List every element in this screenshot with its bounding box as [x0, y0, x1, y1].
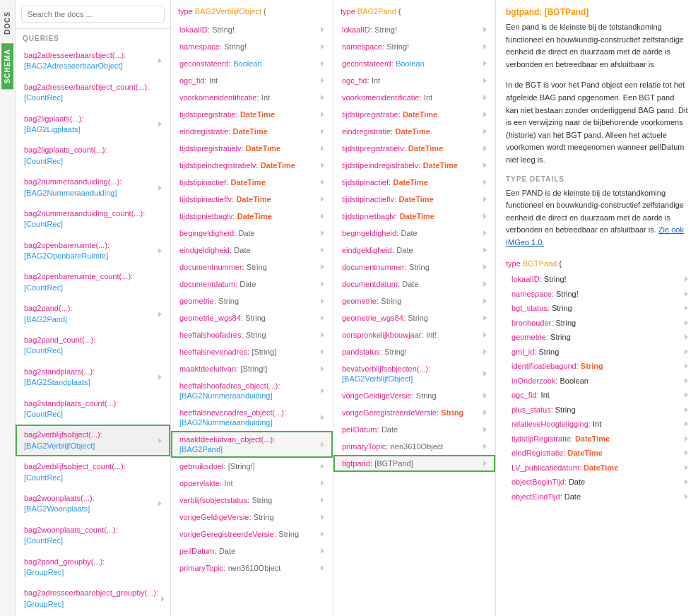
tab-schema[interactable]: SCHEMA: [1, 43, 13, 89]
description-panel: bgtpand: [BGTPand] Een pand is de kleins…: [496, 0, 698, 616]
query-item[interactable]: bag2adresseerbaarobject_count(...):[Coun…: [16, 77, 170, 109]
query-item[interactable]: bag2pand(...):[BAG2Pand]: [16, 298, 170, 330]
field-row[interactable]: tijdstipinactieflv: DateTime: [171, 191, 333, 208]
field-row[interactable]: maaktdeeluitvan_object(...): [BAG2Pand]: [171, 431, 333, 458]
query-item[interactable]: bag2openbareruimte_count(...):[CountRec]: [16, 266, 170, 298]
field-row[interactable]: documentnummer: String: [333, 259, 495, 276]
bgtpand-field-row[interactable]: plus_status: String: [506, 403, 688, 417]
bgtpand-field-row[interactable]: inOnderzoek: Boolean: [506, 374, 688, 389]
bgtpand-field-row[interactable]: geometrie: String: [506, 330, 688, 345]
field-row[interactable]: oorspronkelijkbouwjaar: Int!: [333, 326, 495, 343]
field-row[interactable]: geometrie: String: [333, 292, 495, 309]
field-row[interactable]: tijdstipnietbaglv: DateTime: [333, 208, 495, 225]
field-row[interactable]: oppervlakte: Int: [171, 475, 333, 492]
field-row[interactable]: peilDatum: Date: [171, 543, 333, 559]
field-row[interactable]: bevatverblijfsobjecten(...): [BAG2Verbli…: [333, 360, 495, 387]
field-row[interactable]: lokaalID: String!: [333, 21, 495, 38]
query-item[interactable]: bag2ligplaats(...):[BAG2Ligplaats]: [16, 109, 170, 141]
field-row[interactable]: vorigeGeldigeVersie: String: [171, 509, 333, 526]
field-row[interactable]: eindregistratie: DateTime: [171, 123, 333, 140]
field-row[interactable]: tijdstipregistratie: DateTime: [333, 106, 495, 123]
query-item[interactable]: bag2pand_groupby(...):[GroupRec]: [16, 552, 170, 584]
field-row[interactable]: begingeldigheid: Date: [171, 225, 333, 242]
field-row[interactable]: geometrie_wgs84: String: [171, 309, 333, 326]
field-row[interactable]: bgtpand: [BGTPand]: [333, 455, 495, 472]
chevron-right-icon: [321, 281, 324, 287]
field-row[interactable]: voorkomenidentificatie: Int: [171, 89, 333, 106]
query-item[interactable]: bag2nummeraanduiding_count(...):[CountRe…: [16, 203, 170, 235]
field-row[interactable]: tijdstipinactief: DateTime: [171, 174, 333, 191]
query-item[interactable]: bag2nummeraanduiding(...):[BAG2Nummeraan…: [16, 172, 170, 203]
field-row[interactable]: ogc_fid: Int: [171, 72, 333, 89]
query-item[interactable]: bag2pand_count(...):[CountRec]: [16, 330, 170, 362]
bgtpand-field-row[interactable]: objectBeginTijd: Date: [506, 475, 688, 490]
field-row[interactable]: heeftalshoofadres: String: [171, 326, 333, 343]
field-row[interactable]: eindgeldigheid: Date: [171, 242, 333, 259]
query-item[interactable]: bag2verblijfsobject_count(...):[CountRec…: [16, 456, 170, 488]
field-row[interactable]: documentdatum: Date: [333, 276, 495, 292]
field-row[interactable]: ogc_fid: Int: [333, 72, 495, 89]
query-item[interactable]: bag2adresseerbaarobject(...):[BAG2Adress…: [16, 45, 170, 77]
bgtpand-field-row[interactable]: identificatiebagond: String: [506, 359, 688, 374]
query-item[interactable]: bag2woonplaats_count(...):[CountRec]: [16, 520, 170, 552]
field-row[interactable]: tijdstipinactieflv: DateTime: [333, 191, 495, 208]
bgtpand-field-row[interactable]: eindRegistratie: DateTime: [506, 446, 688, 461]
bgtpand-field-row[interactable]: tijdstipRegistratie: DateTime: [506, 432, 688, 446]
field-row[interactable]: heeftalsnevenadres_object(...): [BAG2Num…: [171, 404, 333, 431]
field-row[interactable]: tijdstipnietbaglv: DateTime: [171, 208, 333, 225]
field-row[interactable]: tijdstipregistratielv: DateTime: [171, 140, 333, 157]
field-row[interactable]: geconstateerd: Boolean: [171, 55, 333, 72]
chevron-right-icon: [483, 129, 487, 134]
field-row[interactable]: maaktdeeluitvan: [String!]: [171, 360, 333, 377]
field-row[interactable]: tijdstipeindregistratielv: DateTime: [171, 157, 333, 174]
field-row[interactable]: voorkomenidentificatie: Int: [333, 89, 495, 106]
field-row[interactable]: primaryTopic: nen3610Object: [171, 559, 333, 576]
field-row[interactable]: geometrie: String: [171, 292, 333, 309]
field-row[interactable]: tijdstipinactief: DateTime: [333, 174, 495, 191]
field-row[interactable]: verblijfsobjectstatus: String: [171, 492, 333, 509]
bgtpand-field-row[interactable]: LV_publicatiedatum: DateTime: [506, 461, 688, 475]
bgtpand-field-row[interactable]: namespace: String!: [506, 287, 688, 302]
tab-docs[interactable]: DOCS: [1, 6, 13, 40]
field-row[interactable]: geconstateerd: Boolean: [333, 55, 495, 72]
field-row[interactable]: eindgeldigheid: Date: [333, 242, 495, 259]
field-row[interactable]: heeftalsnevenadres: [String]: [171, 343, 333, 360]
chevron-right-icon: [158, 122, 162, 127]
chevron-right-icon: [321, 315, 324, 321]
field-row[interactable]: documentdatum: Date: [171, 276, 333, 292]
bgtpand-field-row[interactable]: relatieveHoogteligging: Int: [506, 417, 688, 432]
bgtpand-field-row[interactable]: gml_id: String: [506, 345, 688, 360]
bgtpand-field-row[interactable]: lokaalID: String!: [506, 272, 688, 287]
field-row[interactable]: primaryTopic: nen3610Object: [333, 438, 495, 455]
field-row[interactable]: pandstatus: String!: [333, 343, 495, 360]
query-item[interactable]: bag2verblijfsobject(...):[BAG2VerblijfOb…: [16, 425, 170, 456]
bgtpand-field-row[interactable]: bronhouder: String: [506, 316, 688, 331]
field-row[interactable]: eindregistratie: DateTime: [333, 123, 495, 140]
field-row[interactable]: documentnummer: String: [171, 259, 333, 276]
field-row[interactable]: begingeldigheid: Date: [333, 225, 495, 242]
field-row[interactable]: gebruiksdoel: [String!]: [171, 458, 333, 475]
field-row[interactable]: peilDatum: Date: [333, 421, 495, 438]
bgtpand-field-row[interactable]: ogc_fid: Int: [506, 388, 688, 403]
field-row[interactable]: lokaalID: String!: [171, 21, 333, 38]
query-item[interactable]: bag2standplaats_count(...):[CountRec]: [16, 393, 170, 425]
search-input[interactable]: [21, 6, 165, 23]
field-row[interactable]: vorigeGeregistreerdeVersie: String: [333, 404, 495, 421]
field-row[interactable]: tijdstipregistratielv: DateTime: [333, 140, 495, 157]
field-row[interactable]: tijdstipeindregistratielv: DateTime: [333, 157, 495, 174]
field-row[interactable]: geometrie_wgs84: String: [333, 309, 495, 326]
query-item[interactable]: bag2adresseerbaarobject_groupby(...):[Gr…: [16, 583, 170, 615]
field-row[interactable]: vorigeGeldigeVersie: String: [333, 387, 495, 404]
field-row[interactable]: namespace: String!: [333, 38, 495, 55]
bgtpand-field-row[interactable]: bgt_status: String: [506, 301, 688, 316]
bgtpand-field-row[interactable]: objectEindTijd: Date: [506, 490, 688, 504]
chevron-right-icon: [483, 95, 487, 100]
field-row[interactable]: heeftalshoofadres_object(...): [BAG2Numm…: [171, 377, 333, 404]
field-row[interactable]: vorigeGeregistreerdeVersie: String: [171, 526, 333, 543]
field-row[interactable]: tijdstipregistratie: DateTime: [171, 106, 333, 123]
query-item[interactable]: bag2openbareruimte(...):[BAG2OpenbareRui…: [16, 235, 170, 267]
query-item[interactable]: bag2standplaats(...):[BAG2Standplaats]: [16, 362, 170, 393]
field-row[interactable]: namespace: String!: [171, 38, 333, 55]
query-item[interactable]: bag2woonplaats(...):[BAG2Woonplaats]: [16, 488, 170, 520]
query-item[interactable]: bag2ligplaats_count(...):[CountRec]: [16, 140, 170, 172]
